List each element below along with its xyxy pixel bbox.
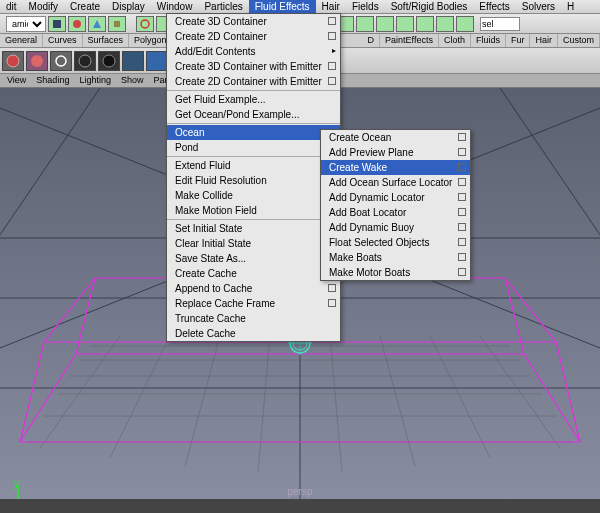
- shelf-sphere2-icon[interactable]: [26, 51, 48, 71]
- menu-item-add-ocean-surface-locator[interactable]: Add Ocean Surface Locator: [321, 175, 470, 190]
- menu-item-add-boat-locator[interactable]: Add Boat Locator: [321, 205, 470, 220]
- menu-display[interactable]: Display: [106, 0, 151, 13]
- shelf-tab-curves[interactable]: Curves: [43, 34, 83, 47]
- shelf-sphere3-icon[interactable]: [74, 51, 96, 71]
- menu-item-add-preview-plane[interactable]: Add Preview Plane: [321, 145, 470, 160]
- shelf-tab-fluids[interactable]: Fluids: [471, 34, 506, 47]
- sel-combo[interactable]: [480, 17, 520, 31]
- menu-item-create-cache[interactable]: Create Cache: [167, 266, 340, 281]
- menu-item-clear-initial-state[interactable]: Clear Initial State: [167, 236, 340, 251]
- menu-item-append-to-cache[interactable]: Append to Cache: [167, 281, 340, 296]
- menu-window[interactable]: Window: [151, 0, 199, 13]
- shelf-shader-icon[interactable]: [122, 51, 144, 71]
- menu-softrigidbodies[interactable]: Soft/Rigid Bodies: [385, 0, 474, 13]
- shelf-tab-painteffects[interactable]: PaintEffects: [380, 34, 439, 47]
- shelf-tab-fur[interactable]: Fur: [506, 34, 531, 47]
- menu-item-make-motion-field[interactable]: Make Motion Field: [167, 203, 340, 218]
- option-box-icon[interactable]: [328, 62, 336, 70]
- tool-btn[interactable]: [416, 16, 434, 32]
- dynamics-combo[interactable]: amics: [6, 16, 46, 32]
- menu-effects[interactable]: Effects: [473, 0, 515, 13]
- menu-item-get-ocean-pond-example-[interactable]: Get Ocean/Pond Example...: [167, 107, 340, 122]
- viewport-menu-lighting[interactable]: Lighting: [74, 74, 116, 87]
- option-box-icon[interactable]: [328, 284, 336, 292]
- menu-item-pond[interactable]: Pond: [167, 140, 340, 155]
- option-box-icon[interactable]: [458, 223, 466, 231]
- tool-btn[interactable]: [376, 16, 394, 32]
- option-box-icon[interactable]: [458, 253, 466, 261]
- option-box-icon[interactable]: [458, 193, 466, 201]
- tool-btn[interactable]: [456, 16, 474, 32]
- tool-btn[interactable]: [68, 16, 86, 32]
- menu-item-create-3d-container[interactable]: Create 3D Container: [167, 14, 340, 29]
- menu-dit[interactable]: dit: [0, 0, 23, 13]
- menu-item-make-collide[interactable]: Make Collide: [167, 188, 340, 203]
- option-box-icon[interactable]: [458, 178, 466, 186]
- menu-item-get-fluid-example-[interactable]: Get Fluid Example...: [167, 92, 340, 107]
- option-box-icon[interactable]: [458, 208, 466, 216]
- menu-item-create-3d-container-with-emitter[interactable]: Create 3D Container with Emitter: [167, 59, 340, 74]
- menu-item-add-dynamic-buoy[interactable]: Add Dynamic Buoy: [321, 220, 470, 235]
- tool-btn[interactable]: [88, 16, 106, 32]
- tool-btn[interactable]: [396, 16, 414, 32]
- shelf-tab-d[interactable]: D: [363, 34, 381, 47]
- shelf-tab-custom[interactable]: Custom: [558, 34, 600, 47]
- menu-item-extend-fluid[interactable]: Extend Fluid: [167, 158, 340, 173]
- option-box-icon[interactable]: [458, 133, 466, 141]
- option-box-icon[interactable]: [458, 163, 466, 171]
- option-box-icon[interactable]: [328, 299, 336, 307]
- tool-btn[interactable]: [136, 16, 154, 32]
- menu-particles[interactable]: Particles: [198, 0, 248, 13]
- option-box-icon[interactable]: [328, 32, 336, 40]
- menu-item-replace-cache-frame[interactable]: Replace Cache Frame: [167, 296, 340, 311]
- option-box-icon[interactable]: [458, 148, 466, 156]
- shelf-tab-surfaces[interactable]: Surfaces: [83, 34, 130, 47]
- option-box-icon[interactable]: [328, 77, 336, 85]
- shelf-sphere4-icon[interactable]: [98, 51, 120, 71]
- menu-item-create-2d-container[interactable]: Create 2D Container: [167, 29, 340, 44]
- svg-line-14: [500, 88, 600, 499]
- menu-item-edit-fluid-resolution[interactable]: Edit Fluid Resolution: [167, 173, 340, 188]
- menu-item-set-initial-state[interactable]: Set Initial State: [167, 221, 340, 236]
- menu-item-save-state-as-[interactable]: Save State As...: [167, 251, 340, 266]
- viewport-menu-view[interactable]: View: [2, 74, 31, 87]
- menu-hair[interactable]: Hair: [316, 0, 346, 13]
- menu-modify[interactable]: Modify: [23, 0, 64, 13]
- ocean-submenu: Create OceanAdd Preview PlaneCreate Wake…: [320, 129, 471, 281]
- menu-fluideffects[interactable]: Fluid Effects: [249, 0, 316, 13]
- svg-rect-0: [53, 20, 61, 28]
- menu-h[interactable]: H: [561, 0, 580, 13]
- svg-text:y: y: [14, 479, 19, 489]
- menu-item-add-dynamic-locator[interactable]: Add Dynamic Locator: [321, 190, 470, 205]
- svg-point-3: [141, 20, 149, 28]
- menu-item-add-edit-contents[interactable]: Add/Edit Contents: [167, 44, 340, 59]
- viewport-menu-shading[interactable]: Shading: [31, 74, 74, 87]
- shelf-tab-general[interactable]: General: [0, 34, 43, 47]
- menu-fields[interactable]: Fields: [346, 0, 385, 13]
- menu-item-ocean[interactable]: Ocean: [167, 125, 340, 140]
- menu-item-create-wake[interactable]: Create Wake: [321, 160, 470, 175]
- menu-item-float-selected-objects[interactable]: Float Selected Objects: [321, 235, 470, 250]
- option-box-icon[interactable]: [458, 238, 466, 246]
- shelf-circle-icon[interactable]: [50, 51, 72, 71]
- menu-item-make-motor-boats[interactable]: Make Motor Boats: [321, 265, 470, 280]
- shelf-tab-hair[interactable]: Hair: [530, 34, 558, 47]
- menu-item-make-boats[interactable]: Make Boats: [321, 250, 470, 265]
- menu-item-truncate-cache[interactable]: Truncate Cache: [167, 311, 340, 326]
- shelf-sphere-icon[interactable]: [2, 51, 24, 71]
- menu-item-create-ocean[interactable]: Create Ocean: [321, 130, 470, 145]
- menu-create[interactable]: Create: [64, 0, 106, 13]
- tool-btn[interactable]: [48, 16, 66, 32]
- tool-btn[interactable]: [108, 16, 126, 32]
- shelf-tab-cloth[interactable]: Cloth: [439, 34, 471, 47]
- menu-item-create-2d-container-with-emitter[interactable]: Create 2D Container with Emitter: [167, 74, 340, 89]
- tool-btn[interactable]: [356, 16, 374, 32]
- option-box-icon[interactable]: [458, 268, 466, 276]
- option-box-icon[interactable]: [328, 17, 336, 25]
- shelf-wave-icon[interactable]: [146, 51, 168, 71]
- tool-btn[interactable]: [436, 16, 454, 32]
- svg-line-12: [0, 88, 100, 499]
- menu-solvers[interactable]: Solvers: [516, 0, 561, 13]
- menu-item-delete-cache[interactable]: Delete Cache: [167, 326, 340, 341]
- viewport-menu-show[interactable]: Show: [116, 74, 149, 87]
